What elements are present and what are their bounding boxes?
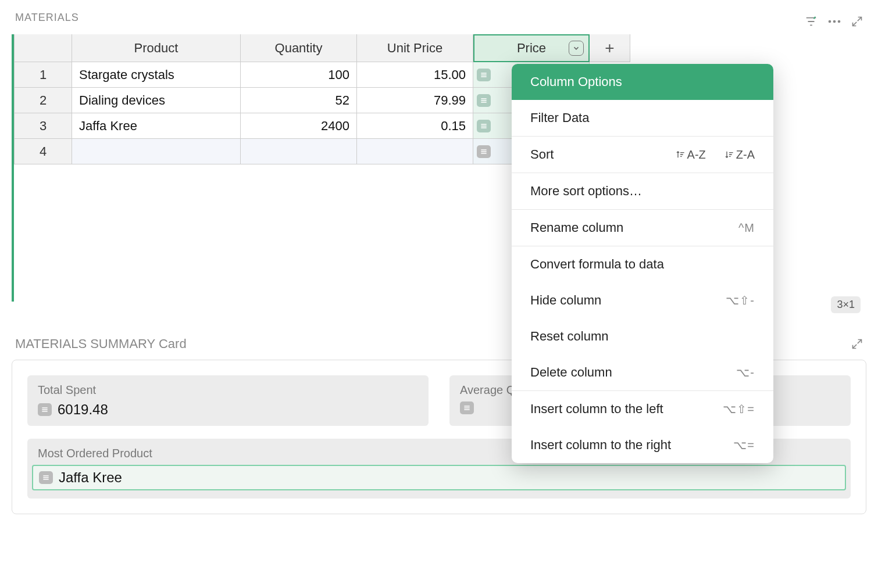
sort-desc-button[interactable]: Z-A	[724, 148, 755, 162]
cell-qty[interactable]: 52	[241, 88, 357, 113]
menu-more-sort[interactable]: More sort options…	[512, 173, 773, 209]
row-num[interactable]: 4	[14, 139, 72, 164]
cell-product[interactable]: Dialing devices	[72, 88, 241, 113]
column-context-menu: Column Options Filter Data Sort A-Z Z-A …	[512, 64, 773, 463]
col-header-price-label: Price	[517, 41, 546, 56]
sort-asc-button[interactable]: A-Z	[676, 148, 706, 162]
row-num[interactable]: 2	[14, 88, 72, 113]
formula-icon	[477, 120, 491, 132]
svg-point-0	[829, 20, 831, 23]
svg-point-2	[838, 20, 841, 23]
shortcut: ⌥=	[733, 438, 755, 452]
shortcut: ⌥-	[736, 365, 755, 379]
total-spent-card[interactable]: Total Spent 6019.48	[27, 375, 429, 426]
menu-reset-column[interactable]: Reset column	[512, 318, 773, 354]
formula-icon	[477, 94, 491, 107]
menu-column-options[interactable]: Column Options	[512, 64, 773, 100]
card-value: Jaffa Kree	[59, 469, 122, 486]
filter-icon[interactable]	[805, 15, 818, 28]
menu-filter-data[interactable]: Filter Data	[512, 100, 773, 136]
cell-product[interactable]: Stargate crystals	[72, 62, 241, 88]
selection-dimensions: 3×1	[831, 296, 861, 313]
chevron-down-icon[interactable]	[569, 41, 584, 56]
expand-icon[interactable]	[851, 338, 863, 350]
card-label: Total Spent	[38, 383, 418, 397]
menu-delete-column[interactable]: Delete column⌥-	[512, 354, 773, 390]
cell-unit[interactable]: 79.99	[357, 88, 473, 113]
menu-convert-formula[interactable]: Convert formula to data	[512, 246, 773, 282]
shortcut: ⌥⇧-	[726, 293, 755, 307]
menu-insert-right[interactable]: Insert column to the right⌥=	[512, 427, 773, 463]
col-header-product[interactable]: Product	[72, 34, 241, 62]
formula-icon	[477, 69, 491, 81]
cell-product[interactable]	[72, 139, 241, 164]
more-icon[interactable]	[828, 19, 841, 24]
menu-rename-column[interactable]: Rename column^M	[512, 210, 773, 246]
cell-unit[interactable]: 15.00	[357, 62, 473, 88]
col-header-price[interactable]: Price	[473, 34, 590, 62]
col-header-quantity[interactable]: Quantity	[241, 34, 357, 62]
menu-sort: Sort A-Z Z-A	[512, 137, 773, 173]
corner-header[interactable]	[14, 34, 72, 62]
expand-icon[interactable]	[851, 16, 863, 27]
formula-icon	[477, 145, 491, 158]
cell-unit[interactable]: 0.15	[357, 113, 473, 139]
section-title-materials: MATERIALS	[15, 12, 79, 24]
cell-unit[interactable]	[357, 139, 473, 164]
section-title-summary: MATERIALS SUMMARY Card	[15, 336, 187, 352]
menu-hide-column[interactable]: Hide column⌥⇧-	[512, 282, 773, 318]
formula-icon	[38, 403, 52, 416]
shortcut: ⌥⇧=	[723, 402, 755, 416]
row-num[interactable]: 1	[14, 62, 72, 88]
formula-icon	[39, 471, 53, 484]
cell-product[interactable]: Jaffa Kree	[72, 113, 241, 139]
add-column-button[interactable]: +	[590, 34, 630, 62]
cell-qty[interactable]: 2400	[241, 113, 357, 139]
cell-qty[interactable]	[241, 139, 357, 164]
row-num[interactable]: 3	[14, 113, 72, 139]
card-value: 6019.48	[58, 401, 108, 418]
menu-insert-left[interactable]: Insert column to the left⌥⇧=	[512, 391, 773, 427]
formula-icon	[460, 401, 474, 414]
svg-point-1	[833, 20, 836, 23]
col-header-unit-price[interactable]: Unit Price	[357, 34, 473, 62]
menu-sort-label: Sort	[530, 147, 554, 162]
shortcut: ^M	[738, 221, 755, 235]
cell-qty[interactable]: 100	[241, 62, 357, 88]
